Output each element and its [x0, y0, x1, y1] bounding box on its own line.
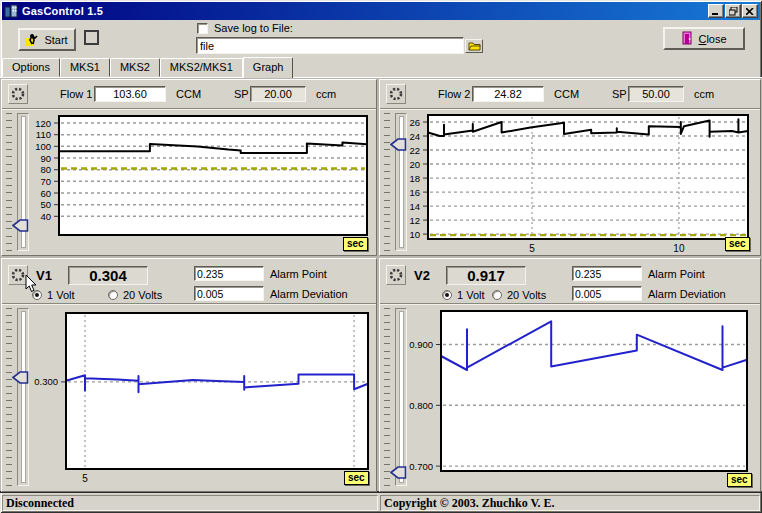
- flow2-panel: Flow 2 CCM SP ccm 262422201816141210510 …: [379, 79, 761, 256]
- svg-text:5: 5: [529, 243, 535, 254]
- v2-radio-20volts[interactable]: [492, 290, 502, 300]
- v1-label: V1: [36, 268, 52, 283]
- v2-alarm-point-field[interactable]: [572, 266, 642, 281]
- svg-text:16: 16: [409, 187, 420, 198]
- connection-status: Disconnected: [2, 495, 378, 511]
- svg-text:50: 50: [40, 199, 51, 210]
- svg-text:110: 110: [36, 129, 51, 140]
- flow1-unit: CCM: [176, 88, 201, 100]
- svg-text:22: 22: [409, 145, 420, 156]
- v2-chart: 0.9000.8000.700: [397, 307, 749, 491]
- flow1-sp-label: SP: [234, 88, 249, 100]
- flow1-sp-unit: ccm: [316, 88, 336, 100]
- flow1-value-field[interactable]: [94, 86, 166, 102]
- flow1-sp-field[interactable]: [250, 86, 306, 102]
- svg-text:12: 12: [409, 215, 420, 226]
- copyright-text: Copyright © 2003. Zhuchko V. E.: [380, 495, 760, 511]
- v2-alarm-deviation-label: Alarm Deviation: [648, 288, 726, 300]
- start-button[interactable]: Start: [18, 28, 76, 51]
- flow1-sec-label: sec: [343, 237, 368, 251]
- svg-text:18: 18: [409, 173, 420, 184]
- flow1-header: Flow 1 CCM SP ccm: [2, 80, 376, 109]
- svg-text:120: 120: [35, 118, 51, 129]
- v2-sec-label: sec: [727, 473, 752, 487]
- gauge-icon[interactable]: [8, 84, 28, 104]
- svg-text:90: 90: [40, 153, 51, 164]
- tab-mks1[interactable]: MKS1: [60, 58, 110, 77]
- status-bar: Disconnected Copyright © 2003. Zhuchko V…: [2, 495, 760, 511]
- v1-alarm-deviation-field[interactable]: [194, 286, 264, 301]
- v2-panel: V2 0.917 1 Volt 20 Volts Alarm Point Ala…: [379, 258, 761, 492]
- flow2-header: Flow 2 CCM SP ccm: [380, 80, 760, 109]
- app-icon: [4, 4, 18, 18]
- open-folder-icon: [468, 39, 481, 54]
- svg-text:20: 20: [409, 159, 420, 170]
- v2-radio-1volt-label: 1 Volt: [457, 289, 485, 301]
- v2-header: V2 0.917 1 Volt 20 Volts Alarm Point Ala…: [380, 259, 760, 304]
- flow1-panel: Flow 1 CCM SP ccm 120110100908070605040 …: [1, 79, 377, 256]
- stop-indicator[interactable]: [84, 30, 99, 45]
- v1-radio-20volts-label: 20 Volts: [123, 289, 162, 301]
- run-icon: [26, 32, 39, 48]
- svg-text:100: 100: [35, 141, 51, 152]
- svg-text:40: 40: [40, 211, 51, 222]
- log-file-input[interactable]: [196, 37, 464, 54]
- save-log-checkbox[interactable]: [197, 23, 208, 34]
- tab-options[interactable]: Options: [2, 58, 60, 77]
- flow2-label: Flow 2: [438, 88, 470, 100]
- svg-text:0.800: 0.800: [409, 400, 433, 411]
- svg-text:24: 24: [409, 131, 420, 142]
- app-window: GasControl 1.5 Start Save log to File: C…: [0, 0, 762, 513]
- close-button-label: Close: [698, 33, 726, 45]
- tab-mks2-mks1[interactable]: MKS2/MKS1: [160, 58, 243, 77]
- restore-button[interactable]: [725, 4, 741, 18]
- v2-radio-20volts-label: 20 Volts: [507, 289, 546, 301]
- svg-text:60: 60: [40, 188, 51, 199]
- v1-panel: V1 0.304 1 Volt 20 Volts Alarm Point Ala…: [1, 258, 377, 492]
- svg-text:10: 10: [673, 243, 685, 254]
- gauge-icon[interactable]: [386, 265, 406, 285]
- v1-alarm-point-field[interactable]: [194, 266, 264, 281]
- svg-text:0.900: 0.900: [409, 339, 433, 350]
- minimize-button[interactable]: [708, 4, 724, 18]
- exit-door-icon: [681, 31, 693, 47]
- start-button-label: Start: [44, 34, 67, 46]
- flow2-sp-unit: ccm: [694, 88, 714, 100]
- gauge-icon[interactable]: [8, 265, 28, 285]
- flow2-value-field[interactable]: [472, 86, 544, 102]
- v1-alarm-deviation-label: Alarm Deviation: [270, 288, 348, 300]
- v1-chart: 0.3005: [22, 309, 370, 489]
- svg-text:26: 26: [409, 117, 420, 128]
- flow2-unit: CCM: [554, 88, 579, 100]
- v1-value-display: 0.304: [68, 266, 148, 285]
- browse-file-button[interactable]: [465, 39, 483, 53]
- flow2-sp-field[interactable]: [628, 86, 684, 102]
- tab-graph[interactable]: Graph: [243, 57, 294, 78]
- window-title: GasControl 1.5: [22, 5, 103, 17]
- v1-alarm-point-label: Alarm Point: [270, 268, 327, 280]
- save-log-label: Save log to File:: [214, 22, 293, 34]
- v1-sec-label: sec: [344, 471, 369, 485]
- svg-text:0.300: 0.300: [34, 376, 58, 387]
- svg-text:70: 70: [40, 176, 51, 187]
- svg-text:5: 5: [82, 473, 88, 484]
- v2-alarm-deviation-field[interactable]: [572, 286, 642, 301]
- v1-radio-1volt[interactable]: [32, 290, 42, 300]
- svg-text:10: 10: [409, 229, 420, 240]
- title-bar: GasControl 1.5: [2, 2, 760, 20]
- v2-radio-1volt[interactable]: [442, 290, 452, 300]
- v1-header: V1 0.304 1 Volt 20 Volts Alarm Point Ala…: [2, 259, 376, 304]
- v1-radio-1volt-label: 1 Volt: [47, 289, 75, 301]
- close-window-button[interactable]: [742, 4, 758, 18]
- gauge-icon[interactable]: [386, 84, 406, 104]
- v1-radio-20volts[interactable]: [108, 290, 118, 300]
- flow2-sec-label: sec: [725, 237, 750, 251]
- tab-bar: Options MKS1 MKS2 MKS2/MKS1 Graph: [2, 57, 293, 77]
- tab-mks2[interactable]: MKS2: [110, 58, 160, 77]
- flow1-label: Flow 1: [60, 88, 92, 100]
- flow1-chart: 120110100908070605040: [15, 112, 369, 255]
- close-button[interactable]: Close: [663, 27, 745, 50]
- svg-text:80: 80: [40, 164, 51, 175]
- flow2-sp-label: SP: [612, 88, 627, 100]
- svg-text:14: 14: [409, 201, 420, 212]
